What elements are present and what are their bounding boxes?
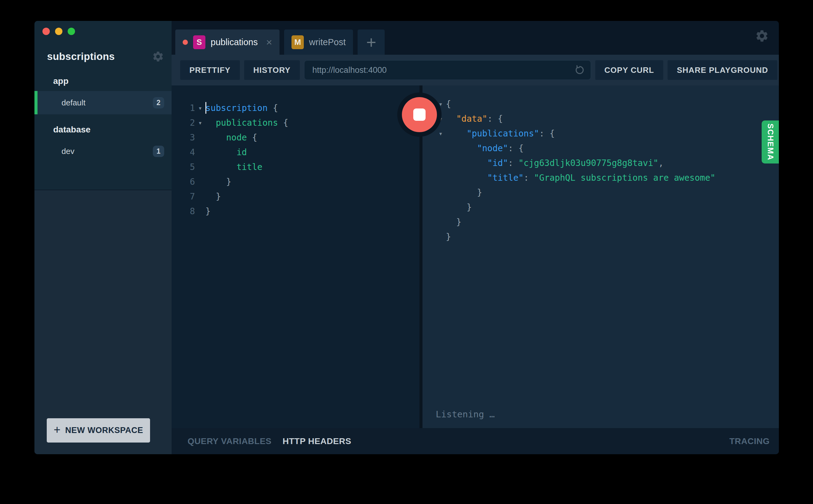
session-count-badge: 2 xyxy=(153,97,164,108)
fold-caret-placeholder xyxy=(436,171,446,185)
running-indicator-dot xyxy=(183,40,188,45)
fold-caret-placeholder xyxy=(436,200,446,215)
endpoint-url-field xyxy=(304,60,591,80)
bottom-bar: QUERY VARIABLES HTTP HEADERS TRACING xyxy=(172,428,779,454)
fold-caret-icon[interactable]: ▾ xyxy=(436,126,446,141)
tab-label: writePost xyxy=(309,37,345,47)
share-playground-button[interactable]: SHARE PLAYGROUND xyxy=(668,60,777,80)
line-number: 2 xyxy=(179,116,195,130)
sidebar-item-label: default xyxy=(61,98,85,108)
copy-curl-button[interactable]: COPY CURL xyxy=(595,60,664,80)
close-window-button[interactable] xyxy=(42,28,50,35)
sidebar-item-default[interactable]: default2 xyxy=(34,91,172,114)
http-headers-tab[interactable]: HTTP HEADERS xyxy=(282,436,351,446)
reload-icon[interactable] xyxy=(574,65,585,76)
response-code-line: ▾ "publications": { xyxy=(436,126,716,141)
tab-writePost[interactable]: MwritePost xyxy=(284,30,353,55)
response-code-line: "node": { xyxy=(436,141,716,156)
line-number: 3 xyxy=(179,130,195,145)
code-text: } xyxy=(446,185,482,200)
request-toolbar: PRETTIFY HISTORY COPY CURL SHARE PLAYGRO… xyxy=(172,55,779,85)
tracing-tab[interactable]: TRACING xyxy=(729,436,770,446)
plus-icon: + xyxy=(53,423,61,436)
query-code-line: 3 node { xyxy=(179,130,288,145)
graphql-playground-window: subscriptions appdefault2databasedev1 + … xyxy=(34,21,779,454)
workspace-settings-gear-icon[interactable] xyxy=(152,50,164,63)
operation-type-badge: S xyxy=(193,35,205,49)
main-area: Spublications×MwritePost+ PRETTIFY HISTO… xyxy=(172,21,779,454)
fold-caret-placeholder xyxy=(436,230,446,244)
new-workspace-button[interactable]: + NEW WORKSPACE xyxy=(47,418,150,443)
fold-caret-placeholder xyxy=(195,204,205,219)
code-text: id xyxy=(205,145,247,160)
line-number: 8 xyxy=(179,204,195,219)
fold-caret-icon[interactable]: ▾ xyxy=(195,116,205,130)
code-text: node { xyxy=(205,130,257,145)
session-count-badge: 1 xyxy=(153,146,164,157)
query-variables-tab[interactable]: QUERY VARIABLES xyxy=(187,436,271,446)
response-code-line: ▾ "data": { xyxy=(436,112,716,126)
query-code-line: 2▾ publications { xyxy=(179,116,288,130)
response-code-line: } xyxy=(436,200,716,215)
query-code-line: 7 } xyxy=(179,189,288,204)
prettify-button[interactable]: PRETTIFY xyxy=(180,60,240,80)
code-text: "publications": { xyxy=(446,126,555,141)
code-text: title xyxy=(205,160,262,175)
line-number: 7 xyxy=(179,189,195,204)
code-text: } xyxy=(446,215,462,230)
response-code-line: } xyxy=(436,230,716,244)
fold-caret-placeholder xyxy=(436,156,446,171)
new-tab-button[interactable]: + xyxy=(357,30,385,55)
operation-type-badge: M xyxy=(291,35,304,49)
playground-content: 1▾subscription {2▾ publications {3 node … xyxy=(172,85,779,428)
fold-caret-placeholder xyxy=(436,141,446,156)
zoom-window-button[interactable] xyxy=(68,28,75,35)
sidebar-section: appdefault2 xyxy=(34,76,172,114)
fold-caret-placeholder xyxy=(195,160,205,175)
response-code-line: } xyxy=(436,215,716,230)
workspace-title: subscriptions xyxy=(47,51,115,62)
settings-gear-icon[interactable] xyxy=(755,29,769,43)
history-button[interactable]: HISTORY xyxy=(244,60,300,80)
sidebar-section: databasedev1 xyxy=(34,125,172,163)
query-code-line: 6 } xyxy=(179,175,288,189)
sidebar-item-dev[interactable]: dev1 xyxy=(34,140,172,163)
line-number: 5 xyxy=(179,160,195,175)
fold-caret-placeholder xyxy=(436,215,446,230)
code-text: "title": "GraphQL subscriptions are awes… xyxy=(446,171,716,185)
fold-caret-placeholder xyxy=(195,145,205,160)
stop-subscription-button[interactable] xyxy=(397,93,442,137)
fold-caret-placeholder xyxy=(195,189,205,204)
sidebar-item-label: dev xyxy=(61,147,74,156)
query-editor-pane[interactable]: 1▾subscription {2▾ publications {3 node … xyxy=(172,85,423,428)
endpoint-url-input[interactable] xyxy=(312,65,570,75)
code-text: publications { xyxy=(205,116,288,130)
sidebar-section-label: app xyxy=(34,76,172,91)
code-text: "data": { xyxy=(446,112,503,126)
window-controls xyxy=(42,28,75,35)
fold-caret-placeholder xyxy=(436,185,446,200)
line-number: 6 xyxy=(179,175,195,189)
sidebar-section-label: database xyxy=(34,125,172,140)
code-text: "node": { xyxy=(446,141,524,156)
response-code-line: ▾{ xyxy=(436,97,716,112)
code-text: subscription { xyxy=(205,101,278,116)
minimize-window-button[interactable] xyxy=(55,28,62,35)
tab-publications[interactable]: Spublications× xyxy=(175,30,279,55)
code-text: "id": "cjg63dljk03u90775g8g8tavi", xyxy=(446,156,664,171)
fold-caret-icon[interactable]: ▾ xyxy=(195,101,205,116)
query-code-line: 8 } xyxy=(179,204,288,219)
stop-icon xyxy=(413,108,426,121)
sidebar: subscriptions appdefault2databasedev1 + … xyxy=(34,21,172,454)
response-code-line: } xyxy=(436,185,716,200)
response-code-line: "title": "GraphQL subscriptions are awes… xyxy=(436,171,716,185)
query-code-line: 4 id xyxy=(179,145,288,160)
line-number: 4 xyxy=(179,145,195,160)
fold-caret-placeholder xyxy=(195,175,205,189)
response-pane: ▾{▾ "data": {▾ "publications": { "node":… xyxy=(423,85,779,428)
tab-label: publications xyxy=(211,37,258,47)
response-code-line: "id": "cjg63dljk03u90775g8g8tavi", xyxy=(436,156,716,171)
close-tab-icon[interactable]: × xyxy=(266,37,272,47)
code-text: } xyxy=(205,189,221,204)
schema-tab[interactable]: SCHEMA xyxy=(762,120,779,163)
